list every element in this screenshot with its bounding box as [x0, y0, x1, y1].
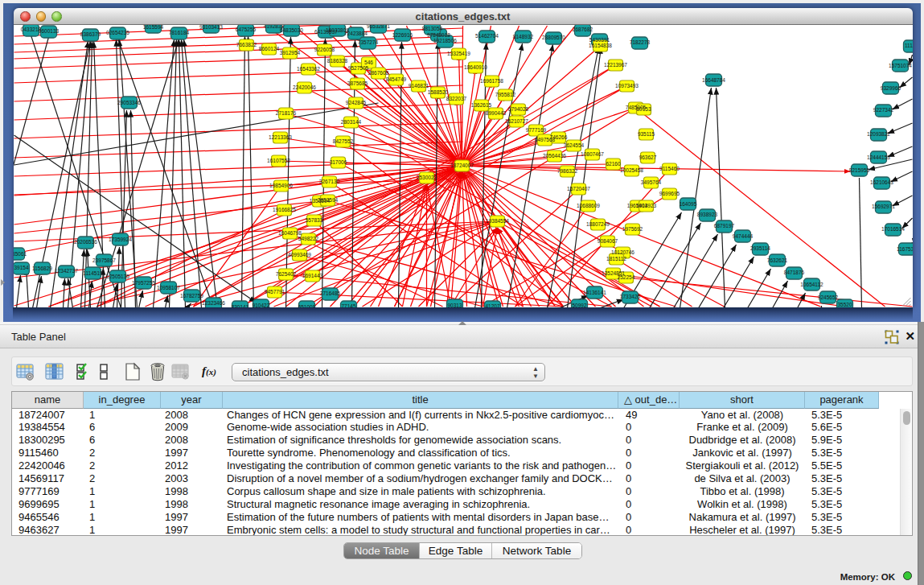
svg-text:12213967: 12213967 [604, 62, 627, 68]
svg-text:23975867: 23975867 [92, 257, 116, 263]
svg-text:12505135: 12505135 [106, 274, 129, 279]
svg-text:3267130: 3267130 [318, 179, 339, 184]
svg-text:2867608: 2867608 [368, 70, 388, 76]
svg-text:18724007: 18724007 [450, 163, 474, 168]
svg-text:9242845: 9242845 [345, 100, 366, 105]
svg-text:15692971: 15692971 [872, 204, 895, 209]
svg-text:252254: 252254 [617, 274, 634, 280]
svg-text:7625402: 7625402 [275, 271, 296, 277]
svg-text:557833: 557833 [305, 217, 322, 223]
svg-text:7632621: 7632621 [766, 257, 787, 263]
svg-text:35520: 35520 [837, 302, 852, 307]
svg-text:12093822: 12093822 [867, 131, 890, 137]
svg-text:18807249: 18807249 [586, 221, 610, 227]
svg-text:164095: 164095 [679, 201, 696, 207]
svg-text:2530023: 2530023 [416, 175, 437, 180]
svg-text:8990443: 8990443 [485, 110, 506, 116]
svg-text:3495764: 3495764 [640, 179, 661, 185]
svg-text:6475255: 6475255 [235, 27, 256, 32]
svg-text:17957255: 17957255 [132, 280, 155, 286]
svg-text:6879197: 6879197 [713, 223, 734, 229]
svg-text:7955812: 7955812 [495, 92, 515, 97]
svg-text:8813054: 8813054 [421, 26, 442, 31]
svg-text:1226916: 1226916 [392, 32, 413, 38]
svg-text:2653594: 2653594 [317, 197, 338, 203]
svg-text:9245652: 9245652 [817, 295, 838, 300]
svg-text:17359924: 17359924 [109, 237, 132, 242]
svg-text:16782759: 16782759 [180, 293, 203, 299]
svg-text:3716485: 3716485 [319, 290, 340, 296]
svg-text:1975692: 1975692 [622, 226, 643, 232]
svg-text:935115: 935115 [637, 131, 655, 137]
svg-text:2687682: 2687682 [572, 27, 593, 32]
svg-text:8938923: 8938923 [696, 212, 717, 217]
svg-text:13325419: 13325419 [447, 51, 470, 56]
svg-text:9699695: 9699695 [659, 191, 680, 196]
svg-text:15720407: 15720407 [567, 186, 590, 192]
svg-text:29053346: 29053346 [117, 100, 141, 105]
svg-text:93103413: 93103413 [199, 25, 223, 30]
svg-text:1588520: 1588520 [427, 89, 448, 95]
svg-text:12323466: 12323466 [202, 300, 225, 306]
svg-text:10025458: 10025458 [620, 167, 643, 173]
svg-text:16046798: 16046798 [278, 230, 302, 236]
svg-text:16107552: 16107552 [267, 158, 290, 163]
svg-text:02654235: 02654235 [106, 30, 129, 35]
svg-text:9457791: 9457791 [264, 289, 285, 295]
svg-text:20206536: 20206536 [74, 239, 97, 245]
svg-text:9527505: 9527505 [347, 65, 368, 71]
svg-text:9226058: 9226058 [314, 47, 335, 52]
svg-text:16033809: 16033809 [326, 27, 349, 33]
svg-text:19384554: 19384554 [486, 218, 509, 224]
svg-text:28809570: 28809570 [542, 35, 565, 40]
svg-text:12342737: 12342737 [55, 268, 78, 274]
svg-text:8186328: 8186328 [326, 58, 347, 64]
svg-text:6794028: 6794028 [507, 106, 528, 112]
svg-text:3875685: 3875685 [347, 80, 368, 86]
svg-text:10958107: 10958107 [157, 285, 180, 290]
svg-text:746266: 746266 [549, 134, 567, 140]
svg-text:7816184: 7816184 [168, 30, 189, 35]
svg-text:96532871: 96532871 [367, 25, 390, 29]
svg-text:16154838: 16154838 [589, 43, 612, 48]
svg-text:1733426: 1733426 [619, 294, 640, 299]
svg-text:15751074: 15751074 [889, 63, 912, 68]
svg-text:8454749: 8454749 [385, 76, 406, 82]
svg-text:64835030: 64835030 [280, 27, 303, 33]
svg-text:9329966: 9329966 [880, 85, 901, 91]
svg-text:3912954: 3912954 [279, 50, 300, 56]
svg-text:22420046: 22420046 [293, 84, 316, 90]
svg-text:9227342: 9227342 [873, 107, 893, 113]
svg-text:7663822: 7663822 [236, 42, 257, 47]
svg-text:80153: 80153 [636, 106, 651, 112]
svg-text:8322037: 8322037 [446, 96, 466, 101]
svg-text:10654112: 10654112 [800, 282, 823, 287]
svg-text:10807467: 10807467 [581, 151, 604, 157]
svg-text:51462704: 51462704 [475, 33, 499, 39]
svg-text:10120746: 10120746 [611, 249, 634, 255]
svg-text:2718176: 2718176 [275, 110, 296, 116]
svg-text:963627: 963627 [639, 154, 656, 160]
svg-text:19854906: 19854906 [269, 183, 293, 188]
svg-text:11120: 11120 [904, 43, 912, 48]
svg-text:2935114: 2935114 [750, 245, 770, 251]
svg-text:8427552: 8427552 [332, 138, 353, 144]
svg-text:16961758: 16961758 [480, 78, 503, 84]
svg-text:8471876: 8471876 [783, 270, 804, 275]
svg-text:8215955: 8215955 [848, 167, 869, 173]
svg-text:9474444: 9474444 [732, 233, 753, 239]
svg-text:7182278: 7182278 [629, 39, 650, 45]
svg-text:39154: 39154 [14, 265, 28, 270]
svg-text:9777169: 9777169 [525, 127, 546, 133]
svg-text:9146821: 9146821 [408, 83, 429, 89]
svg-text:8386379: 8386379 [80, 31, 101, 37]
svg-text:8660124: 8660124 [258, 46, 279, 51]
svg-text:1156829: 1156829 [32, 266, 52, 271]
svg-text:546: 546 [364, 60, 373, 65]
svg-text:19218506: 19218506 [433, 38, 457, 43]
svg-text:3624554: 3624554 [563, 142, 584, 148]
svg-text:9600133: 9600133 [38, 28, 59, 34]
svg-text:18640910: 18640910 [464, 64, 487, 70]
svg-text:40993469: 40993469 [288, 252, 311, 257]
svg-text:10688609: 10688609 [577, 203, 600, 208]
